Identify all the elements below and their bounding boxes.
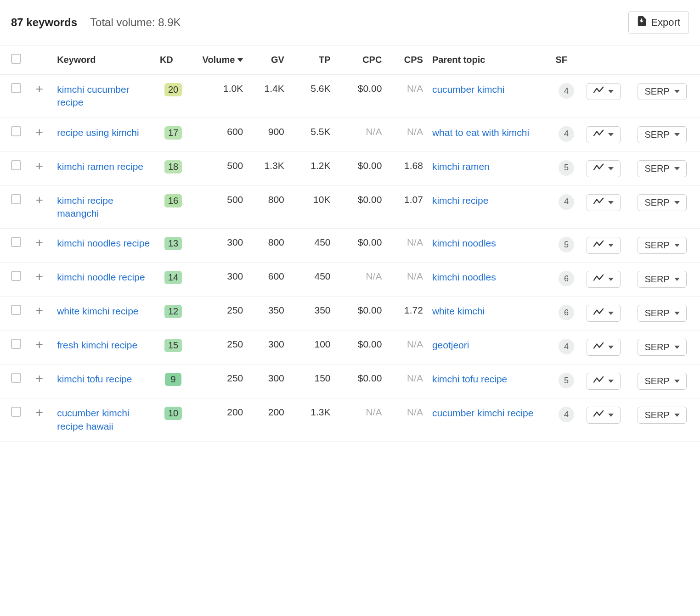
expand-row-button[interactable]: +	[34, 126, 45, 138]
keyword-link[interactable]: white kimchi recipe	[57, 305, 138, 318]
sf-badge[interactable]: 4	[559, 407, 574, 422]
row-checkbox[interactable]	[11, 407, 21, 417]
chevron-down-icon	[608, 346, 614, 349]
chevron-down-icon	[608, 90, 614, 93]
tp-cell: 150	[289, 364, 335, 398]
row-checkbox[interactable]	[11, 339, 21, 349]
keyword-link[interactable]: kimchi noodle recipe	[57, 271, 145, 284]
parent-topic-link[interactable]: kimchi noodles	[432, 237, 496, 250]
trend-chart-button[interactable]	[587, 160, 621, 177]
serp-button[interactable]: SERP	[638, 126, 686, 143]
cpc-cell: $0.00	[335, 75, 387, 118]
gv-cell: 300	[248, 364, 289, 398]
expand-row-button[interactable]: +	[34, 271, 45, 283]
col-cps[interactable]: CPS	[386, 45, 428, 75]
parent-topic-link[interactable]: kimchi ramen	[432, 160, 490, 173]
col-kd[interactable]: KD	[155, 45, 191, 75]
col-sf[interactable]: SF	[551, 45, 581, 75]
expand-row-button[interactable]: +	[34, 160, 45, 172]
row-checkbox[interactable]	[11, 194, 21, 204]
keyword-link[interactable]: recipe using kimchi	[57, 126, 139, 139]
keyword-link[interactable]: kimchi cucumber recipe	[57, 83, 151, 109]
col-volume[interactable]: Volume	[191, 45, 248, 75]
serp-button[interactable]: SERP	[638, 160, 686, 177]
sf-badge[interactable]: 4	[559, 83, 574, 99]
row-checkbox[interactable]	[11, 237, 21, 247]
sf-badge[interactable]: 5	[559, 373, 574, 388]
serp-button[interactable]: SERP	[638, 305, 686, 322]
cps-cell: 1.72	[386, 297, 428, 330]
serp-button[interactable]: SERP	[638, 271, 686, 288]
row-checkbox[interactable]	[11, 305, 21, 315]
trend-chart-button[interactable]	[587, 407, 621, 424]
col-gv[interactable]: GV	[248, 45, 289, 75]
expand-row-button[interactable]: +	[34, 339, 45, 351]
keyword-link[interactable]: kimchi ramen recipe	[57, 160, 143, 173]
parent-topic-link[interactable]: kimchi recipe	[432, 194, 489, 207]
parent-topic-link[interactable]: kimchi tofu recipe	[432, 373, 507, 386]
export-button[interactable]: Export	[628, 11, 689, 34]
row-checkbox[interactable]	[11, 160, 21, 170]
serp-button[interactable]: SERP	[638, 194, 686, 211]
trend-chart-button[interactable]	[587, 271, 621, 288]
trend-chart-button[interactable]	[587, 83, 621, 100]
trend-chart-button[interactable]	[587, 373, 621, 390]
table-row: +kimchi cucumber recipe201.0K1.4K5.6K$0.…	[0, 75, 700, 118]
parent-topic-link[interactable]: kimchi noodles	[432, 271, 496, 284]
row-checkbox[interactable]	[11, 373, 21, 383]
tp-cell: 450	[289, 229, 335, 263]
serp-label: SERP	[644, 86, 669, 97]
keyword-link[interactable]: fresh kimchi recipe	[57, 339, 137, 352]
sf-badge[interactable]: 4	[559, 339, 574, 354]
sf-badge[interactable]: 6	[559, 271, 574, 286]
parent-topic-link[interactable]: cucumber kimchi	[432, 83, 505, 96]
cps-cell: 1.68	[386, 151, 428, 185]
col-keyword[interactable]: Keyword	[52, 45, 155, 75]
row-checkbox[interactable]	[11, 271, 21, 281]
serp-button[interactable]: SERP	[638, 373, 686, 390]
keyword-link[interactable]: kimchi noodles recipe	[57, 237, 150, 250]
sf-badge[interactable]: 4	[559, 194, 574, 210]
cpc-cell: $0.00	[335, 151, 387, 185]
expand-row-button[interactable]: +	[34, 83, 45, 95]
header-left: 87 keywords Total volume: 8.9K	[11, 16, 181, 29]
expand-row-button[interactable]: +	[34, 305, 45, 317]
expand-row-button[interactable]: +	[34, 373, 45, 385]
trend-chart-button[interactable]	[587, 194, 621, 211]
row-checkbox[interactable]	[11, 126, 21, 136]
parent-topic-link[interactable]: cucumber kimchi recipe	[432, 407, 534, 420]
parent-topic-link[interactable]: what to eat with kimchi	[432, 126, 529, 139]
sf-badge[interactable]: 5	[559, 237, 574, 252]
select-all-checkbox[interactable]	[11, 54, 21, 64]
sf-badge[interactable]: 6	[559, 305, 574, 320]
chart-line-icon	[593, 197, 604, 208]
sf-badge[interactable]: 4	[559, 126, 574, 142]
serp-button[interactable]: SERP	[638, 407, 686, 424]
col-parent-topic[interactable]: Parent topic	[428, 45, 551, 75]
trend-chart-button[interactable]	[587, 339, 621, 356]
keyword-link[interactable]: kimchi tofu recipe	[57, 373, 132, 386]
expand-row-button[interactable]: +	[34, 407, 45, 419]
chevron-down-icon	[674, 414, 680, 417]
trend-chart-button[interactable]	[587, 237, 621, 254]
tp-cell: 1.3K	[289, 398, 335, 442]
serp-button[interactable]: SERP	[638, 83, 686, 100]
parent-topic-link[interactable]: geotjeori	[432, 339, 469, 352]
gv-cell: 600	[248, 263, 289, 297]
expand-row-button[interactable]: +	[34, 194, 45, 206]
keyword-link[interactable]: kimchi recipe maangchi	[57, 194, 151, 220]
trend-chart-button[interactable]	[587, 305, 621, 322]
col-tp[interactable]: TP	[289, 45, 335, 75]
keyword-link[interactable]: cucumber kimchi recipe hawaii	[57, 407, 151, 433]
col-cpc[interactable]: CPC	[335, 45, 387, 75]
tp-cell: 5.5K	[289, 118, 335, 151]
volume-cell: 300	[191, 229, 248, 263]
parent-topic-link[interactable]: white kimchi	[432, 305, 485, 318]
kd-badge: 16	[164, 194, 182, 207]
row-checkbox[interactable]	[11, 83, 21, 93]
serp-button[interactable]: SERP	[638, 339, 686, 356]
trend-chart-button[interactable]	[587, 126, 621, 143]
serp-button[interactable]: SERP	[638, 237, 686, 254]
expand-row-button[interactable]: +	[34, 237, 45, 249]
sf-badge[interactable]: 5	[559, 160, 574, 176]
